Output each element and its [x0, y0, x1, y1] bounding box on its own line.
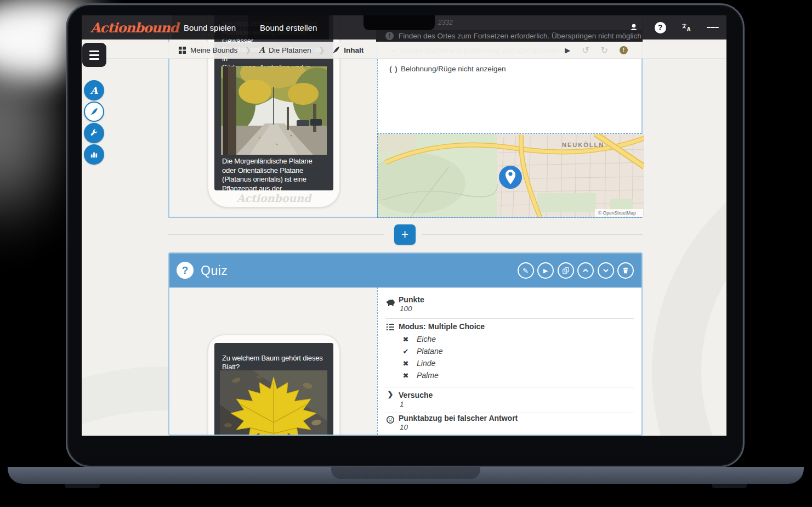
tree-alley-photo	[221, 66, 327, 155]
penalty-label: Punktabzug bei falscher Antwort	[399, 414, 518, 422]
browser-viewport: Himalaja beheimatet und bildet Auwälder …	[82, 15, 726, 436]
edit-button[interactable]: ✎	[518, 262, 534, 279]
phone-screen: Zu welchem Baum gehört dieses Blatt?	[214, 343, 333, 436]
sidebar-content-button[interactable]	[84, 102, 104, 122]
quiz-action-buttons: ✎ ▶	[518, 262, 634, 279]
frown-face-icon	[385, 415, 395, 426]
wrong-mark-icon: ✖	[402, 371, 410, 380]
breadcrumb-die-platanen[interactable]: A Die Platanen	[259, 46, 311, 54]
grid-icon	[178, 46, 186, 54]
chevron-up-icon	[582, 267, 589, 274]
dark-popup	[364, 15, 435, 30]
alert-icon: !	[385, 32, 394, 40]
svg-text:NEUKÖLLN: NEUKÖLLN	[562, 142, 604, 148]
quiz-title: Quiz	[201, 254, 228, 288]
bound-icon: A	[259, 46, 265, 54]
sidebar-settings-button[interactable]	[84, 123, 104, 143]
divider-line	[168, 234, 384, 235]
undo-icon[interactable]: ↺	[582, 45, 589, 55]
trash-icon	[622, 267, 629, 274]
quiz-option-row: ✔ Platane	[402, 347, 442, 356]
quill-icon	[90, 108, 98, 116]
chevron-down-icon	[602, 267, 610, 274]
laptop-foot	[65, 484, 100, 488]
nav-bound-spielen[interactable]: Bound spielen	[172, 15, 248, 40]
navbar-links: Bound spielen Bound erstellen	[172, 15, 329, 40]
map-marker-icon	[499, 166, 522, 189]
breadcrumb-meine-bounds[interactable]: Meine Bounds	[178, 46, 237, 54]
error-indicator-icon[interactable]: !	[620, 46, 628, 54]
quiz-question-badge-icon: ?	[177, 262, 194, 279]
breadcrumb-inhalt[interactable]: Inhalt	[332, 46, 364, 54]
setting-find-required: ! Finden des Ortes zum Fortsetzen erford…	[376, 30, 643, 42]
quiz-phone-panel: Zu welchem Baum gehört dieses Blatt?	[169, 288, 377, 435]
delete-button[interactable]	[617, 262, 634, 279]
sidebar-stats-button[interactable]	[84, 144, 104, 165]
laptop-foot	[712, 484, 747, 488]
mode-label: Modus: Multiple Choice	[399, 322, 485, 331]
move-down-button[interactable]	[598, 262, 614, 279]
sidebar-menu-button[interactable]	[82, 43, 106, 67]
laptop-mockup: Himalaja beheimatet und bildet Auwälder …	[0, 0, 812, 507]
editor-toolbar: ▶ ↺ ↻ !	[565, 45, 628, 55]
test-play-icon[interactable]: ▶	[565, 46, 570, 54]
laptop-hinge-notch	[331, 467, 480, 479]
laptop-screen-bezel: Himalaja beheimatet und bildet Auwälder …	[66, 3, 745, 467]
attempts-value: 1	[400, 400, 404, 408]
chevron-right-icon: ❯	[385, 390, 395, 398]
piggy-bank-icon	[385, 298, 395, 309]
wrench-icon	[90, 129, 98, 137]
divider	[385, 318, 634, 319]
help-icon[interactable]: ?	[654, 21, 666, 33]
redo-icon[interactable]: ↻	[601, 45, 608, 55]
menu-icon[interactable]	[707, 21, 719, 33]
chevron-separator-icon: ❯	[245, 46, 251, 54]
actionbound-logo[interactable]: Actionbound	[90, 20, 172, 36]
pencil-icon: ✎	[523, 267, 529, 274]
divider	[385, 387, 634, 387]
stage1-caption-text: Die Morgenländische Platane oder Orienta…	[222, 157, 328, 190]
quiz-header: ? Quiz ✎ ▶	[169, 254, 641, 288]
setting-no-reward: ( ) Belohnung/Rüge nicht anzeigen	[378, 64, 641, 74]
laptop-base	[8, 467, 804, 484]
svg-text:A: A	[687, 26, 691, 32]
stage-id-fragment: 2332	[438, 19, 453, 26]
duplicate-icon	[562, 267, 570, 274]
wrong-mark-icon: ✖	[402, 359, 410, 368]
divider	[385, 413, 634, 413]
divider-line	[422, 234, 643, 235]
quiz-option-row: ✖ Linde	[402, 359, 435, 368]
quiz-settings-panel: Punkte 100 Modus: Multiple Choice ✖ Eich…	[377, 288, 641, 435]
play-icon: ▶	[543, 268, 548, 274]
quiz-option-row: ✖ Eiche	[402, 335, 436, 343]
add-element-button[interactable]: +	[394, 224, 416, 245]
breadcrumb-toolbar: Meine Bounds ❯ A Die Platanen ❯ Inhalt ▶	[82, 42, 726, 59]
quiz-option-row: ✖ Palme	[402, 371, 439, 380]
quill-icon	[332, 46, 340, 54]
correct-mark-icon: ✔	[402, 347, 410, 356]
phone-preview: Zu welchem Baum gehört dieses Blatt?	[208, 335, 340, 436]
leaf-photo	[220, 370, 327, 436]
quiz-question-text: Zu welchem Baum gehört dieses Blatt?	[222, 354, 328, 371]
move-up-button[interactable]	[577, 262, 594, 279]
bar-chart-icon	[90, 150, 98, 159]
duplicate-button[interactable]	[558, 262, 574, 279]
actionbound-watermark: Actionbound	[208, 192, 339, 204]
quiz-card: ? Quiz ✎ ▶	[168, 252, 643, 436]
chevron-separator-icon: ❯	[319, 46, 325, 54]
wrong-mark-icon: ✖	[402, 335, 410, 343]
attempts-label: Versuche	[399, 391, 433, 399]
background-swoosh	[652, 142, 726, 436]
points-value: 100	[400, 305, 412, 313]
location-map[interactable]: NEUKÖLLN © OpenStreetMap	[377, 133, 641, 218]
points-label: Punkte	[399, 295, 424, 304]
nav-bound-erstellen[interactable]: Bound erstellen	[248, 15, 329, 40]
translate-icon[interactable]: A	[680, 21, 692, 33]
sidebar-bound-button[interactable]: A	[84, 80, 104, 100]
penalty-value: 10	[400, 423, 408, 431]
bound-icon: A	[90, 85, 98, 96]
parentheses-icon: ( )	[387, 65, 401, 73]
map-attribution: © OpenStreetMap	[598, 210, 636, 216]
preview-play-button[interactable]: ▶	[537, 262, 554, 279]
list-mode-icon	[385, 323, 395, 334]
